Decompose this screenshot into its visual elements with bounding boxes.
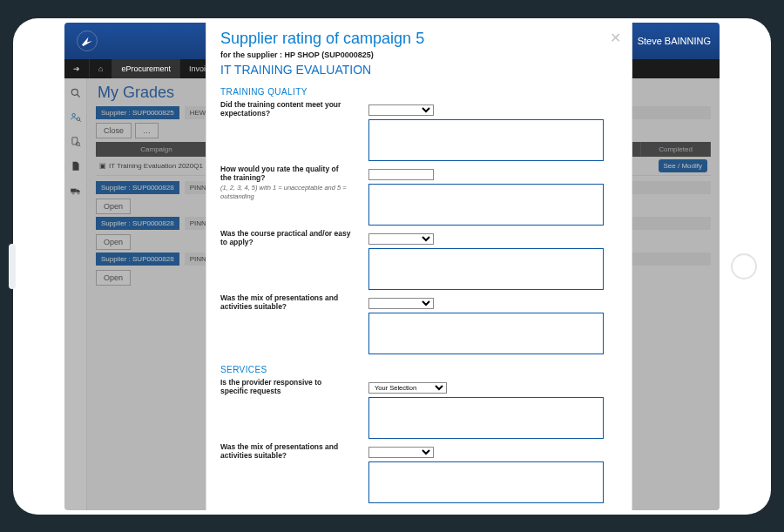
q3-select[interactable] [368, 233, 434, 245]
question-label: How would you rate the quality of the tr… [220, 165, 351, 226]
modal-supplier-line: for the supplier : HP SHOP (SUP0000825) [220, 51, 618, 59]
q4-select[interactable] [368, 298, 434, 309]
question-label: Did the training content meet your expec… [220, 100, 351, 161]
modal-heading: IT TRAINING EVALUATION [220, 63, 618, 77]
rating-modal: ✕ Supplier rating of campaign 5 for the … [206, 23, 632, 510]
modal-title: Supplier rating of campaign 5 [220, 30, 618, 48]
brand-logo[interactable] [77, 30, 98, 51]
question-label: Was the course practical and/or easy to … [220, 229, 351, 290]
q5-select[interactable]: Your Selection [368, 382, 447, 394]
q2-number[interactable] [368, 169, 434, 180]
q6-comment[interactable] [368, 461, 604, 503]
section-training-quality: TRAINING QUALITY [220, 87, 618, 97]
question-label: Was the mix of presentations and activit… [220, 442, 351, 503]
question-label: Is the provider responsive to specific r… [220, 378, 351, 439]
device-nub-left [9, 244, 16, 289]
question-label: Was the mix of presentations and activit… [220, 293, 351, 354]
q5-comment[interactable] [368, 397, 604, 439]
device-home-button [731, 253, 757, 279]
q4-comment[interactable] [368, 313, 604, 354]
q2-comment[interactable] [368, 184, 604, 226]
brand-logo-icon [79, 33, 95, 49]
user-name: Steve BAINNING [638, 36, 711, 46]
tab-nav-arrow[interactable]: ➔ [64, 59, 90, 78]
tab-eprocurement[interactable]: eProcurement [112, 59, 180, 78]
q1-comment[interactable] [368, 119, 604, 161]
close-icon[interactable]: ✕ [610, 30, 621, 46]
q1-select[interactable] [368, 104, 434, 116]
tab-home[interactable]: ⌂ [90, 59, 112, 78]
section-services: SERVICES [220, 365, 618, 374]
q6-select[interactable] [368, 447, 434, 458]
q3-comment[interactable] [368, 248, 604, 290]
tablet-frame: 3 10 S Steve BAINNING ➔ ⌂ eProcurement I… [13, 18, 771, 515]
app-screen: 3 10 S Steve BAINNING ➔ ⌂ eProcurement I… [64, 23, 720, 510]
